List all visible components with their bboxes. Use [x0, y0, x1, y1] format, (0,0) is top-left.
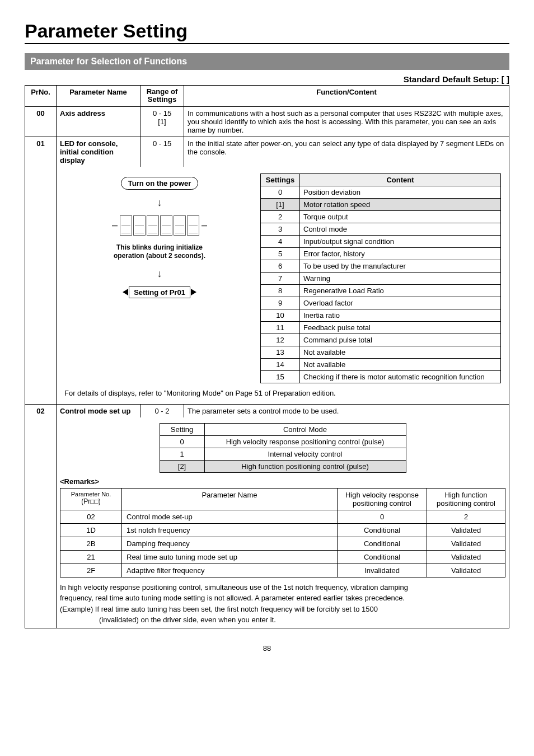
- blink-note-l1: This blinks during initialize: [116, 243, 203, 251]
- r1-no: 1D: [60, 523, 122, 537]
- row02-pad: [25, 417, 57, 628]
- hdr-func: Function/Content: [184, 86, 509, 107]
- r3-pn: Real time auto tuning mode set up: [122, 550, 338, 564]
- r0-pn: Control mode set-up: [122, 510, 338, 523]
- r3-hf: Validated: [427, 550, 505, 564]
- r4-hv: Invalidated: [338, 564, 427, 577]
- rh-no-l1: Parameter No.: [65, 491, 117, 497]
- st-1-c: Motor rotation speed: [300, 198, 501, 210]
- row00-range: 0 - 15 [1]: [140, 106, 184, 137]
- default-setup-label: Standard Default Setup: [ ]: [25, 74, 509, 84]
- arrow-down-icon-2: [157, 269, 162, 279]
- st-9-s: 9: [261, 297, 300, 309]
- row02-range: 0 - 2: [140, 404, 184, 417]
- note-l3: (Example) If real time auto tuning has b…: [60, 605, 378, 613]
- st-15-s: 15: [261, 370, 300, 383]
- r1-hf: Validated: [427, 523, 505, 537]
- r3-no: 21: [60, 550, 122, 564]
- r2-pn: Damping frequency: [122, 537, 338, 550]
- st-0-c: Position deviation: [300, 186, 501, 198]
- row01-ref-note: For details of displays, refer to "Monit…: [64, 389, 501, 397]
- page-number: 88: [25, 644, 509, 652]
- title-underline: [25, 43, 509, 44]
- row01-flowchart: Turn on the power – – This blinks during…: [64, 173, 255, 298]
- st-12-s: 12: [261, 334, 300, 346]
- hdr-range: Range of Settings: [140, 86, 184, 107]
- remarks-table: Parameter No. (Pr□□) Parameter Name High…: [60, 488, 505, 577]
- st-11-s: 11: [261, 321, 300, 334]
- row02-func: The parameter sets a control mode to be …: [184, 404, 509, 417]
- row01-st-hdr-s: Settings: [261, 173, 300, 186]
- rh-hv-l1: High velocity response: [345, 491, 419, 499]
- r2-no: 2B: [60, 537, 122, 550]
- rh-no-l2: (Pr□□): [65, 497, 117, 505]
- r0-no: 02: [60, 510, 122, 523]
- row01-detail: Turn on the power – – This blinks during…: [57, 167, 509, 405]
- blink-note: This blinks during initialize operation …: [114, 243, 205, 261]
- st-3-c: Control mode: [300, 223, 501, 235]
- st-4-c: Input/output signal condition: [300, 235, 501, 247]
- st-8-c: Regenerative Load Ratio: [300, 284, 501, 297]
- r0-hf: 2: [427, 510, 505, 523]
- row00-prno: 00: [25, 106, 57, 137]
- st-1-s: [1]: [261, 198, 300, 210]
- row01-prno: 01: [25, 137, 57, 167]
- r0-hv: 0: [338, 510, 427, 523]
- st-5-c: Error factor, history: [300, 247, 501, 260]
- mode-1-c: Internal velocity control: [204, 448, 406, 460]
- arrow-down-icon: [157, 198, 162, 208]
- r1-hv: Conditional: [338, 523, 427, 537]
- row01-func: In the initial state after power-on, you…: [184, 137, 509, 167]
- st-8-s: 8: [261, 284, 300, 297]
- mode-hdr-c: Control Mode: [204, 423, 406, 435]
- mode-2-s: [2]: [160, 460, 204, 472]
- st-2-c: Torque output: [300, 210, 501, 223]
- row01-settings-table: Settings Content 0Position deviation [1]…: [260, 173, 501, 383]
- section-bar: Parameter for Selection of Functions: [25, 53, 509, 70]
- led-display: – –: [110, 215, 209, 236]
- row02-detail: Setting Control Mode 0High velocity resp…: [57, 417, 509, 628]
- row01-pad: [25, 167, 57, 405]
- r1-pn: 1st notch frequency: [122, 523, 338, 537]
- st-11-c: Feedback pulse total: [300, 321, 501, 334]
- setting-pr01-tag: Setting of Pr01: [129, 287, 190, 298]
- r4-no: 2F: [60, 564, 122, 577]
- remarks-label: <Remarks>: [60, 477, 505, 486]
- rh-hv-l2: positioning control: [353, 499, 411, 508]
- hdr-prno: PrNo.: [25, 86, 57, 107]
- st-13-c: Not available: [300, 346, 501, 358]
- page-title: Parameter Setting: [25, 20, 509, 42]
- note-l1: In high velocity response positioning co…: [60, 583, 408, 591]
- mode-2-c: High function positioning control (pulse…: [204, 460, 406, 472]
- rh-hf: High function positioning control: [427, 488, 505, 510]
- mode-0-s: 0: [160, 435, 204, 448]
- hdr-name: Parameter Name: [57, 86, 140, 107]
- mode-1-s: 1: [160, 448, 204, 460]
- hdr-range-l2: Settings: [148, 95, 176, 104]
- st-5-s: 5: [261, 247, 300, 260]
- rh-hf-l1: High function: [445, 491, 488, 499]
- row01-name: LED for console, initial condition displ…: [57, 137, 140, 167]
- st-3-s: 3: [261, 223, 300, 235]
- rh-no: Parameter No. (Pr□□): [60, 488, 122, 510]
- row00-name: Axis address: [57, 106, 140, 137]
- row01-range: 0 - 15: [140, 137, 184, 167]
- st-6-s: 6: [261, 260, 300, 272]
- note-l4: (invalidated) on the driver side, even w…: [99, 616, 276, 624]
- mode-0-c: High velocity response positioning contr…: [204, 435, 406, 448]
- mode-hdr-s: Setting: [160, 423, 204, 435]
- turn-on-power-pill: Turn on the power: [121, 177, 198, 190]
- st-2-s: 2: [261, 210, 300, 223]
- st-9-c: Overload factor: [300, 297, 501, 309]
- row02-name: Control mode set up: [57, 404, 140, 417]
- r2-hf: Validated: [427, 537, 505, 550]
- st-10-c: Inertia ratio: [300, 309, 501, 321]
- hdr-range-l1: Range of: [147, 87, 178, 96]
- rh-hv: High velocity response positioning contr…: [338, 488, 427, 510]
- r3-hv: Conditional: [338, 550, 427, 564]
- row01-st-hdr-c: Content: [300, 173, 501, 186]
- row02-mode-table: Setting Control Mode 0High velocity resp…: [160, 423, 406, 473]
- row02-prno: 02: [25, 404, 57, 417]
- r4-pn: Adaptive filter frequency: [122, 564, 338, 577]
- st-12-c: Command pulse total: [300, 334, 501, 346]
